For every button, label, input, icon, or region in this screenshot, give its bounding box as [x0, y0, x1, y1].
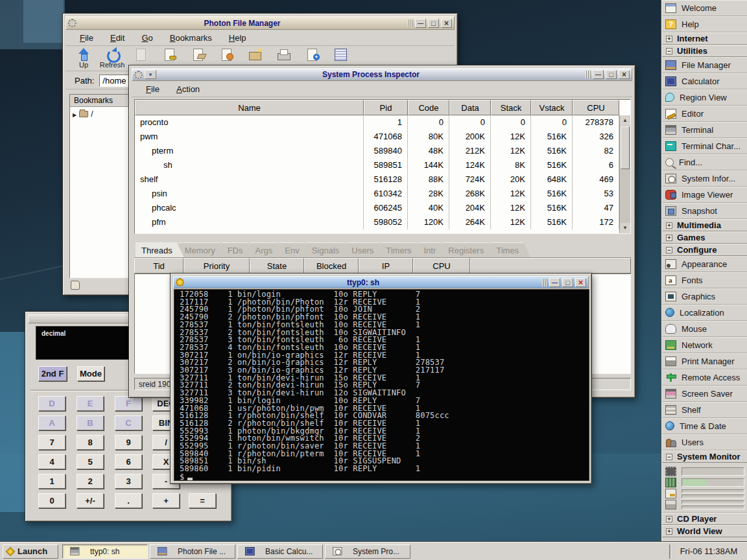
fm-menu-go[interactable]: Go	[141, 33, 152, 43]
shelf-item-snapshot[interactable]: Snapshot	[662, 203, 747, 219]
window-dropdown-icon[interactable]	[145, 70, 156, 79]
thread-column-ip[interactable]: IP	[359, 258, 413, 274]
launch-button[interactable]: Launch	[3, 544, 58, 559]
close-button[interactable]	[441, 19, 452, 28]
shelf-item-help[interactable]: Help	[662, 16, 747, 32]
close-button[interactable]	[619, 70, 630, 79]
shelf-item-shelf[interactable]: Shelf	[662, 402, 747, 418]
calc-button-f[interactable]: F	[115, 396, 142, 411]
expand-icon[interactable]: +	[666, 36, 672, 42]
calc-button-2[interactable]: 2	[77, 474, 104, 489]
window-menu-gear-icon[interactable]	[134, 71, 143, 79]
maximize-button[interactable]	[606, 70, 617, 79]
thread-column-priority[interactable]: Priority	[184, 258, 250, 274]
shelf-group-cd-player[interactable]: +CD Player	[662, 513, 747, 525]
calc-button-a[interactable]: A	[38, 415, 65, 430]
minimize-button[interactable]	[549, 278, 560, 287]
expand-icon[interactable]: +	[666, 528, 672, 535]
process-name[interactable]: pfm	[135, 215, 364, 229]
shelf-item-terminal[interactable]: Terminal	[662, 122, 747, 138]
column-header-vstack[interactable]: Vstack	[531, 100, 573, 115]
shelf-item-remote-access[interactable]: Remote Access	[662, 369, 747, 386]
process-name[interactable]: pwm	[135, 130, 364, 144]
toolbar-button-up[interactable]: Up	[69, 47, 98, 71]
process-name[interactable]: phcalc	[135, 201, 364, 215]
shelf-item-appearance[interactable]: Appearance	[662, 256, 747, 272]
shelf-group-utilities[interactable]: −Utilities	[662, 45, 747, 57]
column-header-stack[interactable]: Stack	[491, 100, 531, 115]
file-manager-titlebar[interactable]: Photon File Manager	[65, 16, 455, 30]
shelf-item-image-viewer[interactable]: Image Viewer	[662, 187, 747, 203]
column-header-pid[interactable]: Pid	[364, 100, 408, 115]
process-name[interactable]: sh	[135, 158, 364, 172]
shelf-item-welcome[interactable]: Welcome	[662, 0, 747, 16]
shelf-item-region-view[interactable]: Region View	[662, 89, 747, 106]
calc-button-9[interactable]: 9	[115, 435, 142, 450]
fm-menu-edit[interactable]: Edit	[110, 33, 124, 43]
minimize-button[interactable]	[415, 19, 426, 28]
collapse-icon[interactable]: −	[666, 48, 672, 54]
shelf-item-calculator[interactable]: Calculator	[662, 73, 747, 89]
tree-expand-icon[interactable]	[73, 110, 77, 119]
collapse-icon[interactable]: −	[666, 454, 672, 460]
tab-signals[interactable]: Signals	[306, 242, 351, 257]
collapse-icon[interactable]: −	[666, 247, 672, 253]
pi-menu-action[interactable]: Action	[176, 84, 200, 94]
shelf-item-find[interactable]: Find...	[662, 154, 747, 170]
shelf-item-fonts[interactable]: Fonts	[662, 272, 747, 288]
process-name[interactable]: pterm	[135, 144, 364, 158]
tab-timers[interactable]: Timers	[380, 242, 423, 257]
shelf-item-editor[interactable]: Editor	[662, 106, 747, 122]
calc-button-[interactable]: +/-	[77, 493, 104, 508]
tab-args[interactable]: Args	[250, 242, 285, 257]
shelf-item-terminal-char[interactable]: Terminal Char...	[662, 138, 747, 154]
column-header-code[interactable]: Code	[408, 100, 449, 115]
shelf-item-users[interactable]: Users	[662, 434, 747, 450]
shelf-item-time-date[interactable]: Time & Date	[662, 418, 747, 434]
tab-users[interactable]: Users	[346, 242, 385, 257]
shelf-group-multimedia[interactable]: +Multimedia	[662, 219, 747, 231]
scrollbar-thumb[interactable]	[621, 126, 630, 169]
shelf-group-games[interactable]: +Games	[662, 231, 747, 244]
process-name[interactable]: procnto	[135, 115, 364, 130]
window-menu-gear-icon[interactable]	[68, 19, 77, 27]
shelf-group-world-view[interactable]: +World View	[662, 525, 747, 537]
calc-button-6[interactable]: 6	[115, 454, 142, 469]
task-basic-calcu[interactable]: Basic Calcu...	[237, 544, 323, 559]
scroll-down-icon[interactable]: ▼	[620, 223, 630, 233]
expand-icon[interactable]: +	[666, 235, 672, 241]
thread-column-cpu[interactable]: CPU	[413, 258, 470, 274]
calc-button-c[interactable]: C	[115, 415, 142, 430]
task-photon-file[interactable]: Photon File ...	[150, 544, 235, 559]
fm-menu-help[interactable]: Help	[229, 33, 246, 43]
shelf-item-mouse[interactable]: Mouse	[662, 321, 747, 337]
column-header-name[interactable]: Name	[135, 100, 364, 115]
terminal-titlebar[interactable]: ttyp0: sh	[173, 276, 589, 288]
toolbar-button-refresh[interactable]: Refresh	[98, 47, 126, 71]
calc-button-8[interactable]: 8	[77, 435, 104, 450]
process-name[interactable]: psin	[135, 187, 364, 201]
window-menu-gear-icon[interactable]	[176, 278, 184, 286]
shelf-item-screen-saver[interactable]: Screen Saver	[662, 386, 747, 402]
shelf-item-graphics[interactable]: Graphics	[662, 288, 747, 305]
calc-button-1[interactable]: 1	[38, 474, 65, 489]
process-name[interactable]: shelf	[135, 172, 364, 187]
calc-button-0[interactable]: 0	[38, 493, 65, 508]
task-system-pro[interactable]: System Pro...	[325, 544, 410, 559]
column-header-cpu[interactable]: CPU	[573, 100, 619, 115]
column-header-data[interactable]: Data	[449, 100, 491, 115]
calc-button-7[interactable]: 7	[38, 435, 65, 450]
close-button[interactable]	[575, 278, 586, 287]
calc-button-d[interactable]: D	[38, 396, 65, 411]
process-table-scrollbar[interactable]: ▲ ▼	[619, 115, 630, 233]
shelf-item-localization[interactable]: Localization	[662, 305, 747, 321]
calc-button-[interactable]: +	[152, 493, 180, 508]
calc-button-4[interactable]: 4	[38, 454, 65, 469]
shelf-group-internet[interactable]: +Internet	[662, 32, 747, 45]
shelf-group-system-monitor[interactable]: −System Monitor	[662, 450, 747, 463]
shelf-group-configure[interactable]: −Configure	[662, 244, 747, 256]
pi-menu-file[interactable]: File	[146, 84, 160, 94]
maximize-button[interactable]	[562, 278, 573, 287]
expand-icon[interactable]: +	[666, 516, 672, 522]
tab-threads[interactable]: Threads	[136, 242, 184, 257]
